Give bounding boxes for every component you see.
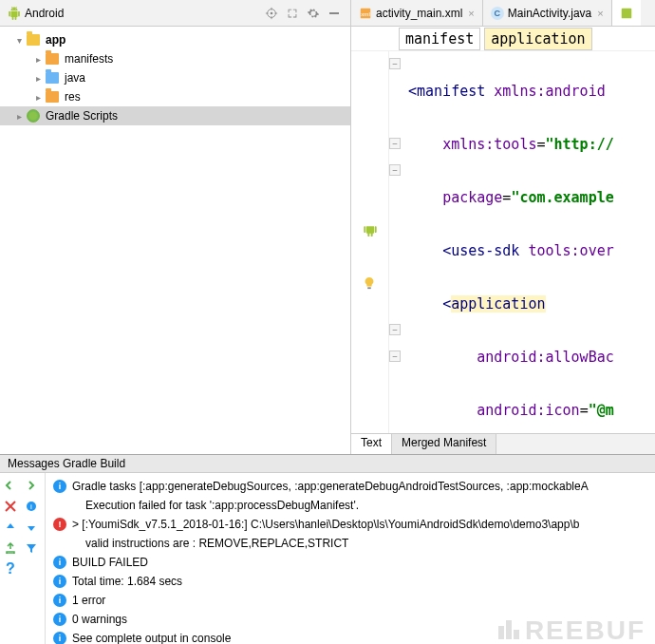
next-icon[interactable] <box>23 477 40 494</box>
tree-label: Gradle Scripts <box>46 109 118 123</box>
help-icon[interactable]: ? <box>2 560 19 578</box>
folder-icon <box>46 72 59 84</box>
tab-merged-manifest[interactable]: Merged Manifest <box>392 434 496 454</box>
message-row[interactable]: iGradle tasks [:app:generateDebugSources… <box>53 477 647 496</box>
tree-manifests[interactable]: ▸ manifests <box>0 49 350 68</box>
tree-label: app <box>46 33 66 47</box>
info-icon: i <box>53 480 66 493</box>
fold-icon[interactable]: − <box>389 350 401 362</box>
fold-gutter: − − − − − <box>389 51 402 433</box>
up-icon[interactable] <box>2 519 19 536</box>
export-icon[interactable] <box>2 540 19 557</box>
filter-icon[interactable] <box>23 540 40 557</box>
editor-panel: xml activity_main.xml × C MainActivity.j… <box>351 0 655 454</box>
close-icon[interactable]: × <box>468 8 474 19</box>
fold-icon[interactable]: − <box>389 138 401 149</box>
message-row[interactable]: iBUILD FAILED <box>53 553 647 572</box>
svg-rect-9 <box>621 8 631 18</box>
xml-file-icon <box>620 7 633 20</box>
down-icon[interactable] <box>23 519 40 536</box>
tree-label: java <box>65 71 85 85</box>
messages-list[interactable]: iGradle tasks [:app:generateDebugSources… <box>46 473 655 644</box>
hide-icon[interactable] <box>326 5 343 22</box>
spacer-icon <box>53 499 66 512</box>
bulb-icon[interactable] <box>363 272 378 287</box>
folder-icon <box>46 91 59 103</box>
info-icon: i <box>53 594 66 607</box>
breadcrumb-item[interactable]: application <box>484 28 591 50</box>
android-icon <box>8 7 21 20</box>
info-icon: i <box>53 575 66 588</box>
info-icon: i <box>53 613 66 626</box>
tab-activity-main[interactable]: xml activity_main.xml × <box>351 0 483 26</box>
messages-title: Messages Gradle Build <box>0 455 655 473</box>
info-icon: i <box>53 556 66 569</box>
expand-icon[interactable]: ▸ <box>32 73 44 84</box>
message-row[interactable]: iTotal time: 1.684 secs <box>53 572 647 591</box>
messages-toolbar: i ? <box>0 473 46 644</box>
tab-main-activity[interactable]: C MainActivity.java × <box>483 0 612 26</box>
fold-icon[interactable]: − <box>389 58 401 69</box>
info-filter-icon[interactable]: i <box>23 498 40 515</box>
svg-rect-10 <box>367 287 371 289</box>
project-panel: Android ▾ app ▸ manifests ▸ <box>0 0 351 454</box>
message-row[interactable]: i0 warnings <box>53 610 647 629</box>
message-row[interactable]: !> [:YoumiSdk_v7.5.1_2018-01-16:] C:\Use… <box>53 515 647 534</box>
editor-bottom-tabs: Text Merged Manifest <box>351 433 655 454</box>
tree-app[interactable]: ▾ app <box>0 30 350 49</box>
editor-tabs: xml activity_main.xml × C MainActivity.j… <box>351 0 655 27</box>
messages-panel: Messages Gradle Build i ? iGradle tasks … <box>0 454 655 644</box>
tree-gradle-scripts[interactable]: ▸ Gradle Scripts <box>0 106 350 125</box>
message-row[interactable]: iSee complete output in console <box>53 629 647 644</box>
gradle-icon <box>27 109 40 123</box>
stop-icon[interactable] <box>2 498 19 515</box>
android-gutter-icon[interactable] <box>363 218 378 234</box>
tree-res[interactable]: ▸ res <box>0 87 350 106</box>
xml-file-icon: xml <box>359 7 372 20</box>
breadcrumb: manifest application <box>351 27 655 51</box>
folder-icon <box>27 34 40 46</box>
tab-label: activity_main.xml <box>376 7 462 20</box>
java-file-icon: C <box>491 7 504 20</box>
svg-point-1 <box>271 11 273 14</box>
message-row[interactable]: Execution failed for task ':app:processD… <box>53 496 647 515</box>
prev-icon[interactable] <box>2 477 19 494</box>
tab-label: MainActivity.java <box>508 7 591 20</box>
fold-icon[interactable]: − <box>389 324 401 335</box>
expand-icon[interactable]: ▾ <box>13 35 25 46</box>
spacer-icon <box>53 537 66 550</box>
project-view-label[interactable]: Android <box>25 7 64 20</box>
tab-text[interactable]: Text <box>351 434 392 454</box>
tree-java[interactable]: ▸ java <box>0 68 350 87</box>
target-icon[interactable] <box>263 5 280 22</box>
project-panel-header: Android <box>0 0 350 27</box>
message-row[interactable]: i1 error <box>53 591 647 610</box>
svg-text:xml: xml <box>361 9 370 16</box>
gear-icon[interactable] <box>305 5 322 22</box>
tab-manifest[interactable] <box>612 0 641 26</box>
code-editor[interactable]: − − − − − <manifest xmlns:android xmlns:… <box>351 51 655 433</box>
message-row[interactable]: valid instructions are : REMOVE,REPLACE,… <box>53 534 647 553</box>
tree-label: res <box>65 90 81 104</box>
gutter <box>351 51 389 433</box>
fold-icon[interactable]: − <box>389 164 401 176</box>
svg-rect-6 <box>329 12 339 14</box>
collapse-icon[interactable] <box>284 5 301 22</box>
info-icon: i <box>53 632 66 644</box>
error-icon: ! <box>53 518 66 531</box>
breadcrumb-item[interactable]: manifest <box>399 28 480 50</box>
close-icon[interactable]: × <box>597 8 603 19</box>
svg-text:i: i <box>30 502 32 511</box>
folder-icon <box>46 53 59 65</box>
expand-icon[interactable]: ▸ <box>32 54 44 65</box>
tree-label: manifests <box>65 52 113 66</box>
expand-icon[interactable]: ▸ <box>32 92 44 103</box>
project-tree: ▾ app ▸ manifests ▸ java ▸ res <box>0 27 350 129</box>
expand-icon[interactable]: ▸ <box>13 111 25 122</box>
